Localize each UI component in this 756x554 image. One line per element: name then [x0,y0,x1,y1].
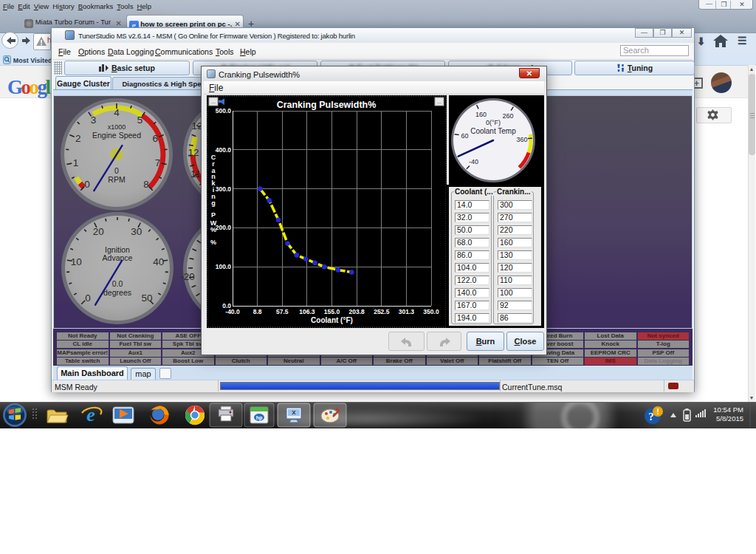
svg-text:10: 10 [71,256,82,267]
svg-text:0: 0 [114,166,119,175]
svg-text:40: 40 [153,256,164,267]
svg-text:8.8: 8.8 [253,308,262,315]
svg-text:260: 260 [503,112,514,120]
svg-text:106.3: 106.3 [299,308,315,315]
svg-text:P: P [211,211,216,219]
svg-text:6: 6 [152,133,158,144]
svg-text:Cranking Pulsewidth%: Cranking Pulsewidth% [277,100,377,110]
svg-text:155.0: 155.0 [324,308,340,315]
svg-text:400.0: 400.0 [216,146,232,154]
svg-text:203.8: 203.8 [349,308,365,315]
svg-text:360: 360 [516,136,527,143]
svg-text:30: 30 [131,226,142,237]
svg-text:%: % [210,239,216,246]
svg-text:11: 11 [190,168,201,179]
svg-text:hp: hp [256,415,263,421]
svg-text:350.0: 350.0 [423,308,439,315]
svg-text:1: 1 [73,157,79,168]
svg-text:2: 2 [75,133,81,144]
svg-text:7: 7 [155,157,161,168]
svg-text:0.0: 0.0 [112,279,123,288]
svg-text:20: 20 [93,226,104,237]
svg-text:Coolant Temp: Coolant Temp [470,127,516,135]
svg-text:Advance: Advance [103,253,133,262]
svg-text:160: 160 [475,111,487,118]
svg-text:50: 50 [141,293,152,304]
svg-text:degrees: degrees [103,288,131,297]
svg-text:0: 0 [85,293,91,304]
svg-text:x1000: x1000 [108,123,126,131]
svg-text:...: ... [211,99,216,104]
svg-text:5: 5 [137,114,143,126]
svg-text:Engine Speed: Engine Speed [92,131,141,140]
svg-text:100.0: 100.0 [216,263,232,270]
svg-text:g: g [211,199,216,207]
svg-text:0: 0 [84,179,90,190]
svg-text:%: % [210,226,216,233]
svg-text:12: 12 [188,147,199,158]
svg-text:RPM: RPM [108,175,125,184]
svg-text:-40: -40 [469,158,478,165]
svg-text:200.0: 200.0 [216,224,232,231]
svg-text:0(°F): 0(°F) [486,119,501,126]
svg-text:-40.0: -40.0 [225,308,240,315]
svg-text:500.0: 500.0 [216,107,232,114]
svg-text:...: ... [437,99,441,104]
svg-text:252.5: 252.5 [374,308,390,315]
svg-text:300.0: 300.0 [216,185,232,193]
svg-text:-20: -20 [180,271,195,282]
svg-text:5/8/2015: 5/8/2015 [716,414,743,423]
svg-text:Coolant (°F): Coolant (°F) [311,316,353,324]
svg-text:10:54 PM: 10:54 PM [713,406,743,414]
svg-text:3: 3 [91,114,97,126]
svg-text:4: 4 [114,107,120,118]
svg-text:8: 8 [143,179,149,190]
svg-text:!: ! [656,407,659,416]
svg-text:57.5: 57.5 [276,308,289,315]
svg-text:60: 60 [461,132,468,140]
svg-text:301.3: 301.3 [399,308,415,315]
